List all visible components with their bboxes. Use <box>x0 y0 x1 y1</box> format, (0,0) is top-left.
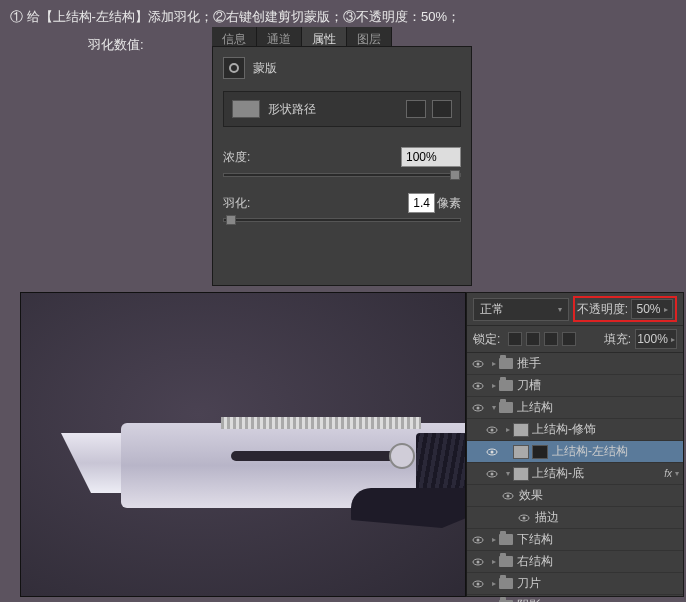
mask-label: 蒙版 <box>253 60 277 77</box>
svg-point-9 <box>491 450 494 453</box>
lock-all-icon[interactable] <box>562 332 576 346</box>
layer-tree: ▸推手 ▸刀槽 ▾上结构 ▸上结构-修饰 上结构-左结构 ▾上结构-底fx▾ 效… <box>467 353 683 602</box>
svg-point-5 <box>477 406 480 409</box>
select-mask-icon[interactable] <box>406 100 426 118</box>
layer-lower[interactable]: ▸下结构 <box>467 529 683 551</box>
svg-point-7 <box>491 428 494 431</box>
layer-right[interactable]: ▸右结构 <box>467 551 683 573</box>
fx-label[interactable]: fx <box>664 468 672 479</box>
layer-slot[interactable]: ▸刀槽 <box>467 375 683 397</box>
svg-point-17 <box>477 538 480 541</box>
layer-thumb <box>513 467 529 481</box>
mask-icon[interactable] <box>223 57 245 79</box>
opacity-label: 不透明度: <box>577 301 628 318</box>
eye-icon[interactable] <box>471 555 485 569</box>
feather-slider[interactable] <box>223 218 461 222</box>
shape-path-label: 形状路径 <box>268 101 316 118</box>
folder-icon <box>499 578 513 589</box>
lock-transparency-icon[interactable] <box>508 332 522 346</box>
folder-icon <box>499 402 513 413</box>
canvas-preview <box>20 292 466 597</box>
feather-label: 羽化: <box>223 195 250 212</box>
folder-icon <box>499 556 513 567</box>
blend-mode-dropdown[interactable]: 正常▾ <box>473 298 569 321</box>
expand-icon[interactable]: ▾ <box>489 403 499 412</box>
feather-unit: 像素 <box>437 196 461 210</box>
layers-panel: 正常▾ 不透明度: 50%▸ 锁定: 填充: 100%▸ ▸推手 ▸刀槽 ▾上结… <box>466 292 684 597</box>
lock-paint-icon[interactable] <box>526 332 540 346</box>
fill-label: 填充: <box>604 331 631 348</box>
density-slider[interactable] <box>223 173 461 177</box>
svg-point-21 <box>477 582 480 585</box>
folder-icon <box>499 358 513 369</box>
svg-point-19 <box>477 560 480 563</box>
fill-input[interactable]: 100%▸ <box>635 329 677 349</box>
eye-icon[interactable] <box>471 533 485 547</box>
layer-thumb <box>513 445 529 459</box>
eye-icon[interactable] <box>471 357 485 371</box>
eye-icon[interactable] <box>501 489 515 503</box>
eye-icon[interactable] <box>471 577 485 591</box>
density-label: 浓度: <box>223 149 250 166</box>
invert-mask-icon[interactable] <box>432 100 452 118</box>
lock-position-icon[interactable] <box>544 332 558 346</box>
eye-icon[interactable] <box>485 445 499 459</box>
eye-icon[interactable] <box>471 401 485 415</box>
feather-value-label: 羽化数值: <box>78 32 154 58</box>
layer-stroke[interactable]: 描边 <box>467 507 683 529</box>
properties-panel: 蒙版 形状路径 浓度: 100% 羽化: 1.4像素 <box>212 46 472 286</box>
layer-upper-left[interactable]: 上结构-左结构 <box>467 441 683 463</box>
svg-point-1 <box>477 362 480 365</box>
lock-label: 锁定: <box>473 331 500 348</box>
mask-thumb <box>532 445 548 459</box>
opacity-input[interactable]: 50%▸ <box>631 299 673 319</box>
svg-point-11 <box>491 472 494 475</box>
eye-icon[interactable] <box>517 511 531 525</box>
folder-icon <box>499 380 513 391</box>
svg-point-3 <box>477 384 480 387</box>
eye-icon[interactable] <box>485 423 499 437</box>
expand-icon[interactable]: ▸ <box>489 381 499 390</box>
layer-effects[interactable]: 效果 <box>467 485 683 507</box>
eye-icon[interactable] <box>471 599 485 603</box>
layer-handle[interactable]: ▸推手 <box>467 353 683 375</box>
folder-icon <box>499 534 513 545</box>
layer-upper-decor[interactable]: ▸上结构-修饰 <box>467 419 683 441</box>
layer-thumb <box>513 423 529 437</box>
layer-shadow[interactable]: ▸阴影 <box>467 595 683 602</box>
layer-upper-base[interactable]: ▾上结构-底fx▾ <box>467 463 683 485</box>
expand-icon[interactable]: ▸ <box>489 359 499 368</box>
layer-blade[interactable]: ▸刀片 <box>467 573 683 595</box>
density-input[interactable]: 100% <box>401 147 461 167</box>
eye-icon[interactable] <box>471 379 485 393</box>
svg-point-13 <box>507 494 510 497</box>
eye-icon[interactable] <box>485 467 499 481</box>
shape-thumb <box>232 100 260 118</box>
layer-upper[interactable]: ▾上结构 <box>467 397 683 419</box>
feather-input[interactable]: 1.4 <box>408 193 435 213</box>
svg-point-15 <box>523 516 526 519</box>
